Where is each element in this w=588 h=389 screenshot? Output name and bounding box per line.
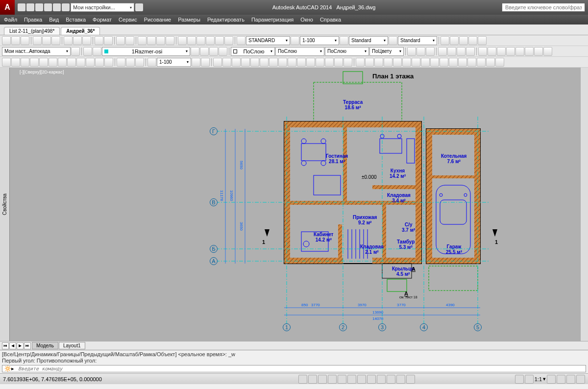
zoom-button[interactable] — [147, 36, 156, 45]
annovis-toggle[interactable] — [547, 375, 556, 384]
break-button[interactable] — [458, 58, 467, 67]
osnap-ins[interactable] — [278, 58, 287, 67]
coordinates-display[interactable]: 7.601393E+06, 7.476285E+05, 0.000000 — [3, 376, 102, 382]
layer-tool-4[interactable] — [219, 47, 227, 56]
save-button[interactable] — [21, 36, 29, 45]
area-button[interactable] — [126, 58, 135, 67]
stretch-button[interactable] — [430, 58, 439, 67]
menu-tools[interactable]: Сервис — [119, 17, 137, 23]
ducs-toggle[interactable] — [357, 375, 366, 384]
osnap-node[interactable] — [241, 58, 250, 67]
linetype-dropdown[interactable]: ПоСлою — [275, 47, 324, 56]
chamfer-button[interactable] — [477, 58, 486, 67]
annoscale-button[interactable] — [147, 58, 156, 67]
workspace-dropdown[interactable]: Мои настройки... — [71, 3, 134, 12]
zoom-window-button[interactable] — [156, 36, 165, 45]
misc-6[interactable] — [525, 47, 534, 56]
markup-button[interactable] — [215, 36, 224, 45]
polar-toggle[interactable] — [328, 375, 337, 384]
close-button[interactable] — [478, 36, 487, 45]
redo-button[interactable] — [125, 36, 134, 45]
color-dropdown[interactable]: ПоСлою — [231, 47, 275, 56]
workspace-long-dropdown[interactable]: Мои наст...Автокада — [2, 47, 71, 56]
line-button[interactable] — [2, 58, 11, 67]
tp-button[interactable] — [196, 36, 205, 45]
app-logo[interactable]: A — [0, 0, 15, 15]
array-button[interactable] — [393, 58, 402, 67]
redo-icon[interactable] — [53, 3, 61, 11]
win3-button[interactable] — [459, 36, 468, 45]
osnap-end[interactable] — [213, 58, 222, 67]
rotate-button[interactable] — [412, 58, 420, 67]
erase-button[interactable] — [356, 58, 365, 67]
dimstyle-button[interactable] — [291, 36, 299, 45]
osnap-ext[interactable] — [269, 58, 278, 67]
menu-window[interactable]: Окно — [300, 17, 313, 23]
iso-toggle[interactable] — [576, 375, 585, 384]
misc-4[interactable] — [506, 47, 515, 56]
doc-tab-active[interactable]: Андрей_36* — [61, 27, 100, 35]
layer-tool-2[interactable] — [200, 47, 209, 56]
osnap-tan[interactable] — [297, 58, 306, 67]
xref-button[interactable] — [438, 47, 447, 56]
copy-obj-button[interactable] — [365, 58, 374, 67]
hw-toggle[interactable] — [566, 375, 575, 384]
fillet-button[interactable] — [486, 58, 495, 67]
cut-button[interactable] — [64, 36, 73, 45]
copy-button[interactable] — [73, 36, 82, 45]
textstyle-button[interactable] — [237, 36, 245, 45]
preview-button[interactable] — [42, 36, 51, 45]
layer-tool-1[interactable] — [191, 47, 199, 56]
dyn-toggle[interactable] — [367, 375, 376, 384]
layerstate-button[interactable] — [93, 47, 101, 56]
menu-view[interactable]: Вид — [49, 17, 59, 23]
calc-button[interactable] — [224, 36, 233, 45]
scale-button[interactable] — [421, 58, 430, 67]
tab-prev-icon[interactable]: ◀ — [9, 342, 16, 349]
layout-tab-layout1[interactable]: Layout1 — [59, 342, 85, 349]
match-button[interactable] — [95, 36, 103, 45]
misc-2[interactable] — [488, 47, 496, 56]
table-button[interactable] — [95, 58, 104, 67]
tab-next-icon[interactable]: ▶ — [17, 342, 24, 349]
layer-tool-3[interactable] — [209, 47, 218, 56]
join-button[interactable] — [467, 58, 476, 67]
save-icon[interactable] — [35, 3, 43, 11]
plotstyle-dropdown[interactable]: ПоЦвету — [369, 47, 404, 56]
arc-button[interactable] — [30, 58, 39, 67]
pan-button[interactable] — [138, 36, 147, 45]
block-create-button[interactable] — [416, 47, 425, 56]
spline-button[interactable] — [67, 58, 76, 67]
annotation-scale[interactable]: 1:1 — [535, 376, 542, 382]
zoom-prev-button[interactable] — [166, 36, 174, 45]
mlstyle-button[interactable] — [389, 36, 397, 45]
win-button[interactable] — [441, 36, 449, 45]
xref2-button[interactable] — [447, 47, 456, 56]
osnap-int[interactable] — [260, 58, 269, 67]
menu-help[interactable]: Справка — [320, 17, 341, 23]
ellipse-button[interactable] — [49, 58, 57, 67]
otrack-toggle[interactable] — [347, 375, 356, 384]
layerprops-button[interactable] — [83, 47, 92, 56]
open-button[interactable] — [11, 36, 20, 45]
insert-button[interactable] — [407, 47, 416, 56]
anno-tool-2[interactable] — [201, 58, 210, 67]
dimstyle-dropdown[interactable]: 1-100 — [300, 36, 339, 45]
lineweight-dropdown[interactable]: ПоСлою — [325, 47, 369, 56]
xref4-button[interactable] — [466, 47, 475, 56]
menu-format[interactable]: Формат — [93, 17, 112, 23]
textstyle-dropdown[interactable]: STANDARD — [246, 36, 290, 45]
misc-5[interactable] — [515, 47, 524, 56]
menu-dimension[interactable]: Размеры — [178, 17, 200, 23]
drawing-viewport[interactable]: [-][Сверху][2D-каркас] — [10, 68, 588, 341]
annoscale-dropdown[interactable]: 1-100 — [157, 58, 191, 67]
open-icon[interactable] — [26, 3, 34, 11]
extend-button[interactable] — [449, 58, 458, 67]
lwt-toggle[interactable] — [377, 375, 386, 384]
qp-toggle[interactable] — [396, 375, 405, 384]
osnap-set[interactable] — [343, 58, 352, 67]
osnap-mid[interactable] — [222, 58, 231, 67]
osnap-per[interactable] — [288, 58, 296, 67]
qv-button[interactable] — [525, 375, 534, 384]
point-button[interactable] — [76, 58, 85, 67]
